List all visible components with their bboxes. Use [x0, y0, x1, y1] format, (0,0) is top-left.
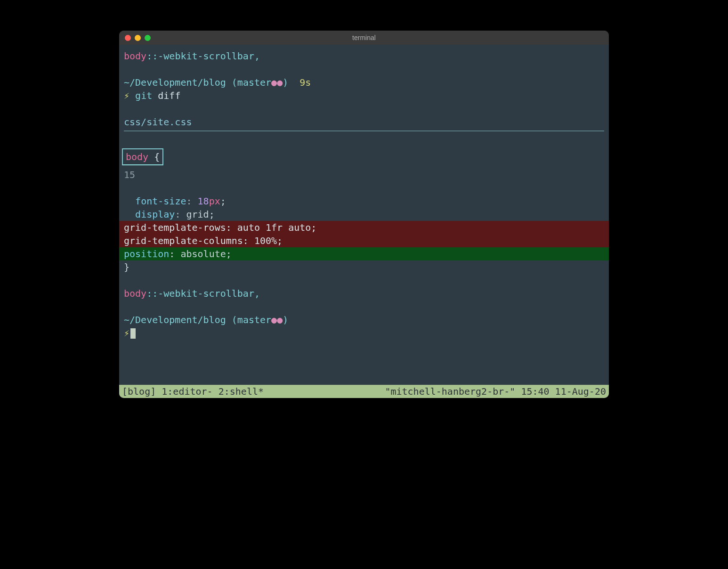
terminal-content: body::-webkit-scrollbar, ~/Development/b…: [119, 45, 609, 385]
diff-context: }: [119, 260, 609, 274]
blank-line: [119, 181, 609, 195]
hunk-header: body {: [119, 145, 609, 168]
branch-close: ): [283, 314, 288, 325]
line-number: 15: [124, 169, 135, 180]
close-icon[interactable]: [125, 35, 131, 41]
hunk-selector: body: [126, 151, 154, 163]
semi: ;: [226, 248, 232, 260]
blank-line: [119, 131, 609, 145]
close-brace: }: [124, 261, 129, 273]
semi: ;: [209, 209, 215, 220]
cursor-icon: [130, 328, 136, 339]
blank-line: [119, 300, 609, 313]
cmd-git: git: [129, 90, 152, 101]
css-prop: font-size: [135, 195, 186, 207]
diff-deleted: grid-template-rows: auto 1fr auto;: [119, 221, 609, 234]
diff-added: position: absolute;: [119, 247, 609, 260]
colon: :: [175, 209, 186, 220]
terminal-window: terminal body::-webkit-scrollbar, ~/Deve…: [119, 31, 609, 398]
prompt-line: ~/Development/blog (master●●) 9s: [119, 76, 609, 89]
branch-open: (: [226, 314, 237, 325]
statusbar-right: "mitchell-hanberg2-br-" 15:40 11-Aug-20: [385, 385, 606, 398]
output-line: body::-webkit-scrollbar,: [119, 45, 609, 63]
branch-name: master: [237, 314, 271, 325]
terminal-body[interactable]: body::-webkit-scrollbar, ~/Development/b…: [119, 45, 609, 398]
colon: :: [169, 248, 180, 260]
prompt-duration: 9s: [288, 77, 311, 88]
status-dots-icon: ●●: [271, 314, 283, 325]
css-prop: display: [135, 209, 175, 220]
traffic-lights: [119, 35, 151, 41]
colon: :: [186, 195, 197, 207]
prompt-line: ~/Development/blog (master●●): [119, 313, 609, 326]
maximize-icon[interactable]: [145, 35, 151, 41]
css-prop: position: [124, 248, 169, 260]
branch-close: ): [283, 77, 288, 88]
blank-line: [119, 63, 609, 76]
prompt-lightning-icon: ⚡: [124, 90, 129, 101]
prompt-path: ~/Development/blog: [124, 314, 226, 325]
css-selector: body: [124, 50, 146, 62]
command-line: ⚡ git diff: [119, 89, 609, 102]
semi: ;: [220, 195, 226, 207]
css-val: grid: [186, 209, 209, 220]
prompt-input-line[interactable]: ⚡: [119, 326, 609, 340]
diff-file: css/site.css: [124, 116, 192, 128]
tmux-statusbar[interactable]: [blog] 1:editor- 2:shell* "mitchell-hanb…: [119, 385, 609, 398]
window-title: terminal: [352, 34, 376, 41]
css-num: 18: [198, 195, 209, 207]
statusbar-left: [blog] 1:editor- 2:shell*: [122, 385, 264, 398]
css-pseudo: ::-webkit-scrollbar,: [146, 288, 260, 299]
css-val: absolute: [180, 248, 226, 260]
diff-context: font-size: 18px;: [119, 195, 609, 208]
css-selector: body: [124, 288, 146, 299]
cmd-arg: diff: [152, 90, 180, 101]
prompt-lightning-icon: ⚡: [124, 327, 129, 339]
css-unit: px: [209, 195, 220, 207]
css-pseudo: ::-webkit-scrollbar,: [146, 50, 260, 62]
hunk-brace: {: [154, 151, 160, 163]
branch-name: master: [237, 77, 271, 88]
branch-open: (: [226, 77, 237, 88]
output-line: body::-webkit-scrollbar,: [119, 287, 609, 300]
minimize-icon[interactable]: [135, 35, 141, 41]
diff-deleted: grid-template-columns: 100%;: [119, 234, 609, 247]
blank-line: [119, 274, 609, 287]
prompt-path: ~/Development/blog: [124, 77, 226, 88]
status-dots-icon: ●●: [271, 77, 283, 88]
blank-line: [119, 102, 609, 115]
diff-file-line: css/site.css: [119, 115, 609, 129]
diff-lineno: 15: [119, 168, 609, 181]
diff-context: display: grid;: [119, 208, 609, 221]
titlebar[interactable]: terminal: [119, 31, 609, 45]
